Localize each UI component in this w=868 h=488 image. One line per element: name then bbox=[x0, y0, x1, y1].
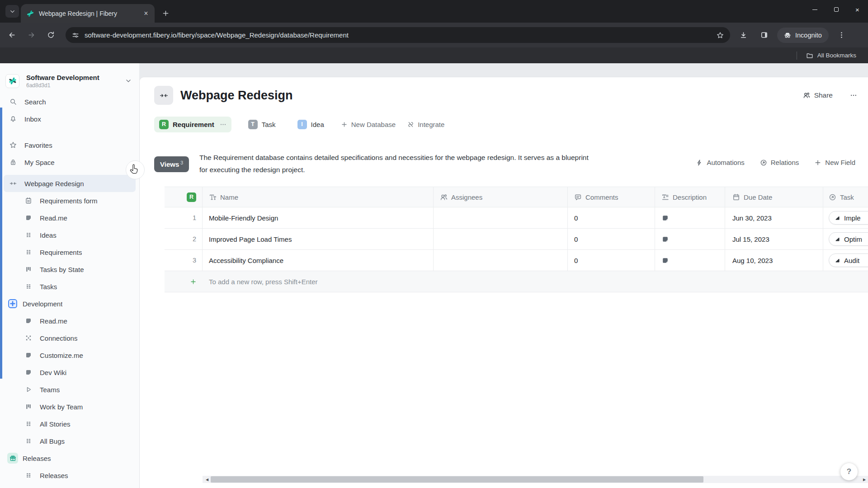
bookmark-star-icon[interactable] bbox=[717, 32, 724, 39]
sidebar-item-teams[interactable]: Teams bbox=[4, 381, 136, 398]
sidebar-item-ideas[interactable]: Ideas bbox=[4, 226, 136, 244]
column-header-assignees[interactable]: Assignees bbox=[434, 187, 568, 207]
scroll-right-icon[interactable]: ▶ bbox=[861, 476, 868, 483]
row-number[interactable]: 2 bbox=[165, 229, 203, 249]
row-number[interactable]: 3 bbox=[165, 250, 203, 271]
sidebar-item-inbox[interactable]: Inbox bbox=[4, 110, 136, 127]
integrate-button[interactable]: Integrate bbox=[407, 121, 444, 128]
database-tab-idea[interactable]: IIdea bbox=[292, 117, 329, 132]
task-chip[interactable]: Audit bbox=[829, 253, 868, 267]
sidebar-item-label: Tasks by State bbox=[40, 266, 84, 273]
sidebar-item-read-me[interactable]: Read.me bbox=[4, 312, 136, 329]
add-row[interactable]: To add a new row, press Shift+Enter bbox=[140, 271, 868, 292]
new-database-button[interactable]: New Database bbox=[341, 121, 396, 128]
cell-comments[interactable]: 0 bbox=[568, 207, 655, 228]
sidebar-item-webpage-redesign[interactable]: Webpage Redesign bbox=[4, 175, 136, 192]
tab-close-icon[interactable]: × bbox=[141, 9, 151, 19]
cell-name[interactable]: Accessibility Compliance bbox=[203, 250, 434, 271]
column-header-name[interactable]: Name bbox=[203, 187, 434, 207]
column-header-task[interactable]: Task bbox=[823, 187, 868, 207]
sidebar-item-tasks[interactable]: Tasks bbox=[4, 278, 136, 295]
sidebar-item-release-planning[interactable]: Release Planning bbox=[4, 484, 136, 488]
page-menu-icon[interactable] bbox=[850, 92, 857, 99]
automations-button[interactable]: Automations bbox=[696, 159, 744, 166]
cell-task[interactable]: Imple bbox=[823, 207, 868, 228]
sidebar-item-search[interactable]: Search bbox=[4, 93, 136, 110]
sidebar-item-work-by-team[interactable]: Work by Team bbox=[4, 398, 136, 415]
sidebar-item-development[interactable]: Development bbox=[4, 295, 136, 312]
relations-button[interactable]: Relations bbox=[760, 159, 799, 166]
database-tab-requirement[interactable]: RRequirement bbox=[154, 117, 231, 132]
sidebar-item-my-space[interactable]: My Space bbox=[4, 154, 136, 171]
back-button[interactable] bbox=[4, 28, 19, 43]
people-icon bbox=[803, 92, 810, 99]
cell-comments[interactable]: 0 bbox=[568, 250, 655, 271]
database-menu-icon[interactable] bbox=[220, 121, 226, 128]
sidebar-item-connections[interactable]: Connections bbox=[4, 329, 136, 347]
cell-task[interactable]: Audit bbox=[823, 250, 868, 271]
reload-button[interactable] bbox=[43, 28, 58, 43]
close-button[interactable]: × bbox=[847, 0, 868, 19]
views-button[interactable]: Views3 bbox=[154, 156, 189, 172]
scrollbar-thumb[interactable] bbox=[211, 476, 703, 483]
doc-icon bbox=[661, 235, 669, 243]
sidebar-item-label: Releases bbox=[40, 472, 68, 479]
download-icon[interactable] bbox=[736, 28, 751, 43]
sidebar-item-favorites[interactable]: Favorites bbox=[4, 136, 136, 154]
sidebar-item-label: Tasks bbox=[40, 283, 57, 291]
cell-assignees[interactable] bbox=[434, 207, 568, 228]
maximize-button[interactable] bbox=[826, 0, 847, 19]
row-number[interactable]: 1 bbox=[165, 207, 203, 228]
cell-task[interactable]: Optim bbox=[823, 229, 868, 249]
browser-menu-icon[interactable] bbox=[834, 28, 849, 43]
database-tab-task[interactable]: TTask bbox=[243, 117, 281, 132]
address-bar[interactable]: software-development.fibery.io/fibery/sp… bbox=[66, 27, 730, 43]
sidebar-item-label: Requirements bbox=[40, 249, 82, 256]
share-button[interactable]: Share bbox=[803, 91, 833, 99]
workspace-switcher[interactable]: Software Development 6ad8d3d1 bbox=[0, 63, 139, 93]
kanban-icon bbox=[24, 265, 33, 273]
cell-name[interactable]: Mobile-Friendly Design bbox=[203, 207, 434, 228]
side-panel-icon[interactable] bbox=[756, 28, 772, 43]
column-header-due-date[interactable]: Due Date bbox=[725, 187, 823, 207]
sidebar-item-read-me[interactable]: Read.me bbox=[4, 209, 136, 226]
task-chip[interactable]: Optim bbox=[829, 232, 868, 246]
new-tab-button[interactable] bbox=[159, 7, 172, 19]
sidebar-item-requirements[interactable]: Requirements bbox=[4, 244, 136, 261]
cell-description[interactable] bbox=[655, 229, 725, 249]
sidebar-item-all-bugs[interactable]: All Bugs bbox=[4, 432, 136, 450]
table-header-row: RNameAssigneesCommentsDescriptionDue Dat… bbox=[140, 187, 868, 207]
sidebar-item-requirements-form[interactable]: Requirements form bbox=[4, 192, 136, 209]
column-header-comments[interactable]: Comments bbox=[568, 187, 655, 207]
cell-due-date[interactable]: Jun 30, 2023 bbox=[725, 207, 823, 228]
sidebar-item-tasks-by-state[interactable]: Tasks by State bbox=[4, 261, 136, 278]
add-row-plus-icon[interactable] bbox=[165, 271, 203, 292]
all-bookmarks-label[interactable]: All Bookmarks bbox=[817, 52, 856, 59]
chevron-down-icon[interactable] bbox=[125, 77, 132, 84]
sidebar-item-customize-me[interactable]: Customize.me bbox=[4, 347, 136, 364]
scroll-left-icon[interactable]: ◀ bbox=[203, 476, 211, 483]
forward-button[interactable] bbox=[24, 28, 39, 43]
sidebar-item-all-stories[interactable]: All Stories bbox=[4, 415, 136, 432]
cell-due-date[interactable]: Aug 10, 2023 bbox=[725, 250, 823, 271]
site-settings-icon[interactable] bbox=[72, 32, 79, 39]
browser-tab[interactable]: Webpage Redesign | Fibery × bbox=[21, 4, 155, 23]
minimize-button[interactable] bbox=[804, 0, 826, 19]
horizontal-scrollbar[interactable]: ◀ ▶ bbox=[203, 476, 868, 483]
column-header-description[interactable]: Description bbox=[655, 187, 725, 207]
sidebar-item-releases[interactable]: Releases bbox=[4, 450, 136, 467]
cell-due-date[interactable]: Jul 15, 2023 bbox=[725, 229, 823, 249]
cell-assignees[interactable] bbox=[434, 229, 568, 249]
cell-name[interactable]: Improved Page Load Times bbox=[203, 229, 434, 249]
doc-icon bbox=[24, 351, 33, 359]
task-chip[interactable]: Imple bbox=[829, 211, 868, 225]
sidebar-item-releases[interactable]: Releases bbox=[4, 467, 136, 484]
new-field-button[interactable]: New Field bbox=[814, 159, 855, 166]
cell-comments[interactable]: 0 bbox=[568, 229, 655, 249]
sidebar-item-dev-wiki[interactable]: Dev Wiki bbox=[4, 364, 136, 381]
cell-assignees[interactable] bbox=[434, 250, 568, 271]
cell-description[interactable] bbox=[655, 250, 725, 271]
cell-description[interactable] bbox=[655, 207, 725, 228]
help-button[interactable]: ? bbox=[840, 463, 858, 480]
tab-search-chevron-icon[interactable] bbox=[5, 5, 19, 18]
